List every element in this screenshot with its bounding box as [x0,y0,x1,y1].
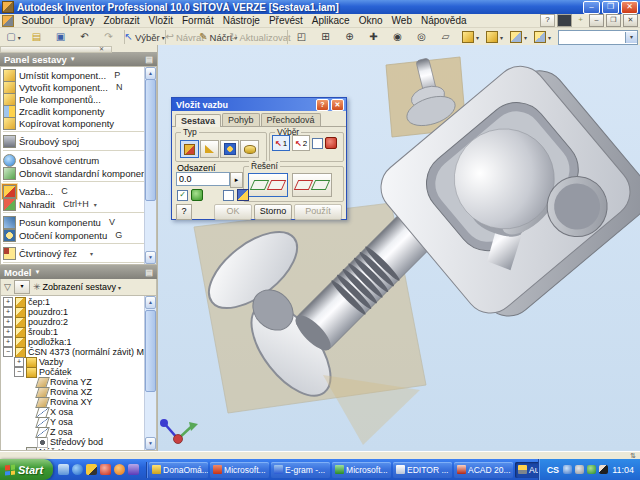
dialog-close-button[interactable]: ✕ [331,99,344,111]
imate-combobox[interactable]: ▾ [558,30,638,45]
taskbar-button[interactable]: Microsoft... [210,462,269,478]
display-shaded-icon[interactable]: ▾ [459,29,482,46]
apply-button[interactable]: Použít [294,204,342,220]
tree-item[interactable]: Středový bod [3,437,144,447]
tree-item[interactable]: Rovina XZ [3,387,144,397]
save-icon[interactable]: ▣ [50,29,73,46]
dialog-tab[interactable]: Sestava [175,114,221,127]
tree-item[interactable]: + pouzdro:1 [3,307,144,317]
tree-expander[interactable] [25,387,35,397]
assembly-panel-item[interactable]: Kopírovat komponenty [3,117,144,129]
tree-expander[interactable]: + [3,337,13,347]
menu-item[interactable]: Web [387,15,416,26]
monitor-icon[interactable] [557,14,572,27]
tree-expander[interactable] [25,377,35,387]
undo-icon[interactable]: ↶ [74,29,97,46]
assembly-panel-item[interactable]: Obsahové centrum [3,150,144,167]
combobox-arrow-icon[interactable]: ▾ [625,32,637,43]
dialog-help-button[interactable]: ? [316,99,329,111]
tree-item[interactable]: X osa [3,407,144,417]
assembly-panel-item[interactable]: Pracovní rovina ) [3,262,144,265]
offset-input[interactable] [176,172,230,186]
return-button[interactable]: ↩ Návrat [168,29,201,46]
assembly-panel-item[interactable]: Nahradit Ctrl+H ▾ [3,198,144,210]
taskbar-button[interactable]: DonaOmá... [149,462,208,478]
menu-item[interactable]: Okno [354,15,387,26]
language-indicator[interactable]: CS [547,465,560,475]
update-button[interactable]: ↻ Aktualizovat [236,29,285,46]
menu-item[interactable]: Převést [264,15,307,26]
tree-expander[interactable] [25,407,35,417]
angle-constraint-button[interactable] [200,140,219,158]
tree-item[interactable]: + čep:1 [3,297,144,307]
scroll-thumb[interactable] [145,310,156,392]
selection-button[interactable]: ↖1 [272,135,290,151]
scroll-thumb[interactable] [145,79,156,201]
tree-expander[interactable]: + [3,317,13,327]
orbit-icon[interactable]: ◎ [411,29,434,46]
menu-item[interactable]: Úpravy [58,15,99,26]
menu-item[interactable]: Vložit [144,15,177,26]
select-button[interactable]: ↖ Výběr▾ [128,29,162,46]
show-preview-checkbox[interactable]: ✓ [177,190,188,201]
pan-icon[interactable]: ✚ [363,29,386,46]
predict-offset-checkbox[interactable] [223,190,234,201]
tree-item[interactable]: Y osa [3,417,144,427]
assembly-panel-item[interactable]: Posun komponentu V [3,212,144,229]
taskbar-button[interactable]: Microsoft... [332,462,391,478]
taskbar-button[interactable]: Autodes... [515,462,538,478]
tree-expander[interactable]: − [14,367,24,377]
start-button[interactable]: Start [0,459,53,480]
assembly-view-selector[interactable]: ✳ Zobrazení sestavy ▾ [33,282,121,292]
solution-mate-button[interactable] [248,173,288,197]
camera-mode-icon[interactable]: ▾ [483,29,506,46]
tree-item[interactable]: + pouzdro:2 [3,317,144,327]
tree-item[interactable]: + podložka:1 [3,337,144,347]
close-button[interactable]: ✕ [621,1,638,14]
cancel-button[interactable]: Storno [254,204,292,220]
filter-dropdown[interactable]: ▾ [14,280,30,294]
mdi-close-button[interactable]: ✕ [623,14,638,27]
redo-icon[interactable]: ↷ [98,29,121,46]
restore-button[interactable]: ❐ [602,1,619,14]
new-file-icon[interactable]: ▢▾ [2,29,25,46]
assembly-panel-item[interactable]: Šroubový spoj [3,131,144,148]
menu-item[interactable]: Nástroje [218,15,264,26]
tree-item[interactable]: + šroub:1 [3,327,144,337]
assembly-panel-item[interactable]: Pole komponentů... [3,93,144,105]
quick-launch-icon-6[interactable] [128,464,139,475]
tree-expander[interactable] [25,437,35,447]
assembly-panel-scrollbar[interactable]: ▲ ▼ [144,67,156,264]
tree-item[interactable]: − Počátek [3,367,144,377]
tree-item[interactable]: Z osa [3,427,144,437]
tree-expander[interactable]: + [3,307,13,317]
tree-expander[interactable] [25,397,35,407]
quick-launch-icon-5[interactable] [114,464,125,475]
taskbar-button[interactable]: ACAD 20... [454,462,513,478]
volume-icon[interactable] [563,465,572,474]
assembly-panel-header[interactable]: Panel sestavy ▼ ▤ [0,52,157,66]
dialog-help-corner-button[interactable]: ? [176,204,192,220]
assembly-panel-item[interactable]: Zrcadlit komponenty [3,105,144,117]
panel-menu-icon[interactable]: ▤ [145,268,153,277]
look-at-icon[interactable]: ▱ [435,29,458,46]
analysis-icon[interactable]: ▾ [531,29,554,46]
ok-button[interactable]: OK [214,204,252,220]
dialog-title-bar[interactable]: Vložit vazbu ? ✕ [172,98,346,111]
tree-expander[interactable]: + [14,357,24,367]
show-desktop-icon[interactable] [58,464,69,475]
zoom-icon[interactable]: ⊕ [339,29,362,46]
menu-item[interactable]: Soubor [17,15,58,26]
solution-flush-button[interactable] [292,173,332,197]
panel-close-icon[interactable]: ✕ [99,45,104,52]
tree-expander[interactable] [25,417,35,427]
assembly-panel-item[interactable]: Otočení komponentu G [3,229,144,241]
tree-item[interactable]: − ČSN 4373 (normální závit) M 20:1 [3,347,144,357]
taskbar-button[interactable]: EDITOR ... [393,462,452,478]
network-icon[interactable] [599,465,608,474]
tree-expander[interactable] [25,427,35,437]
quick-launch-icon-3[interactable] [86,464,97,475]
selection-button[interactable]: ↖2 [292,135,310,151]
open-icon[interactable]: ▤ [26,29,49,46]
dialog-tab[interactable]: Pohyb [222,113,260,126]
